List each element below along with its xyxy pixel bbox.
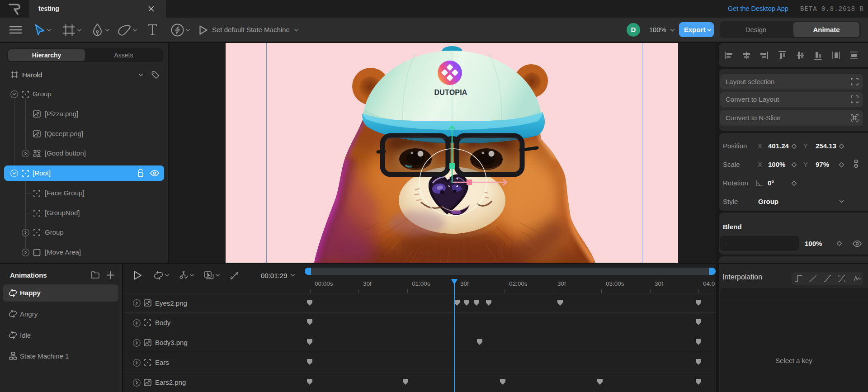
svg-text:DUTOPIA: DUTOPIA — [434, 89, 467, 96]
